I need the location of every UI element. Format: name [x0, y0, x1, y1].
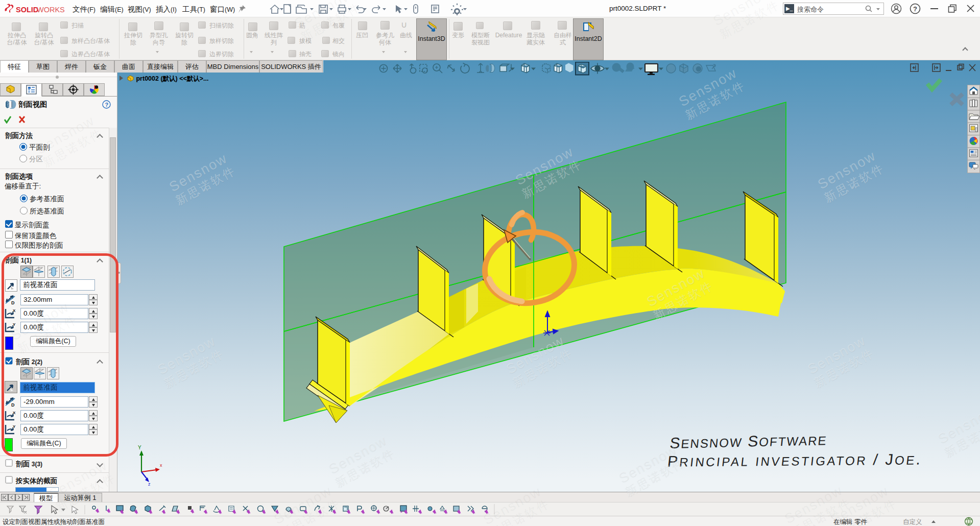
svg-text:?: ? [105, 102, 109, 108]
svg-text:SOLID: SOLID [16, 6, 38, 14]
svg-text:x: x [160, 463, 162, 468]
svg-text:Y: Y [138, 445, 141, 450]
svg-text:?: ? [913, 5, 917, 13]
svg-text:WORKS: WORKS [37, 6, 65, 14]
svg-text:z: z [148, 482, 151, 487]
